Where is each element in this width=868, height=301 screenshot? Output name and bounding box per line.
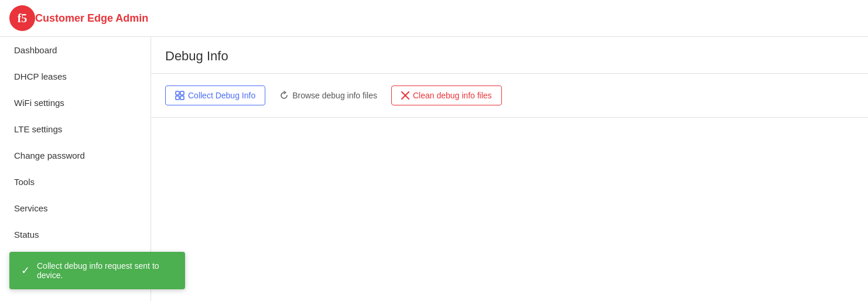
collect-icon [175, 91, 184, 100]
svg-rect-0 [176, 91, 179, 95]
collect-debug-info-button[interactable]: Collect Debug Info [165, 85, 265, 105]
sidebar-item-dhcp-leases[interactable]: DHCP leases [0, 63, 151, 90]
clean-debug-files-button[interactable]: Clean debug info files [391, 85, 502, 105]
svg-rect-2 [176, 96, 179, 100]
page-header: Debug Info [151, 37, 868, 74]
sidebar-item-lte-settings[interactable]: LTE settings [0, 116, 151, 142]
sidebar-item-tools[interactable]: Tools [0, 169, 151, 195]
app-title: Customer Edge Admin [35, 12, 148, 25]
toast-checkmark-icon: ✓ [21, 264, 30, 277]
sidebar-item-services[interactable]: Services [0, 195, 151, 221]
sidebar-item-change-password[interactable]: Change password [0, 142, 151, 169]
toast-message: Collect debug info request sent to devic… [37, 261, 173, 280]
sidebar-item-status[interactable]: Status [0, 221, 151, 248]
sidebar-item-dashboard[interactable]: Dashboard [0, 37, 151, 63]
debug-toolbar: Collect Debug Info Browse debug info fil… [151, 74, 868, 118]
browse-debug-files-button[interactable]: Browse debug info files [270, 86, 387, 105]
sidebar-item-wifi-settings[interactable]: WiFi settings [0, 90, 151, 116]
close-icon [401, 91, 409, 100]
main-content: Debug Info Collect Debug Info [151, 37, 868, 301]
app-header: f5 Customer Edge Admin [0, 0, 868, 37]
svg-rect-3 [180, 96, 184, 100]
svg-rect-1 [180, 91, 184, 95]
browse-icon [279, 91, 289, 100]
toast-notification: ✓ Collect debug info request sent to dev… [9, 252, 185, 289]
f5-logo: f5 [9, 5, 35, 31]
page-title: Debug Info [165, 49, 854, 64]
